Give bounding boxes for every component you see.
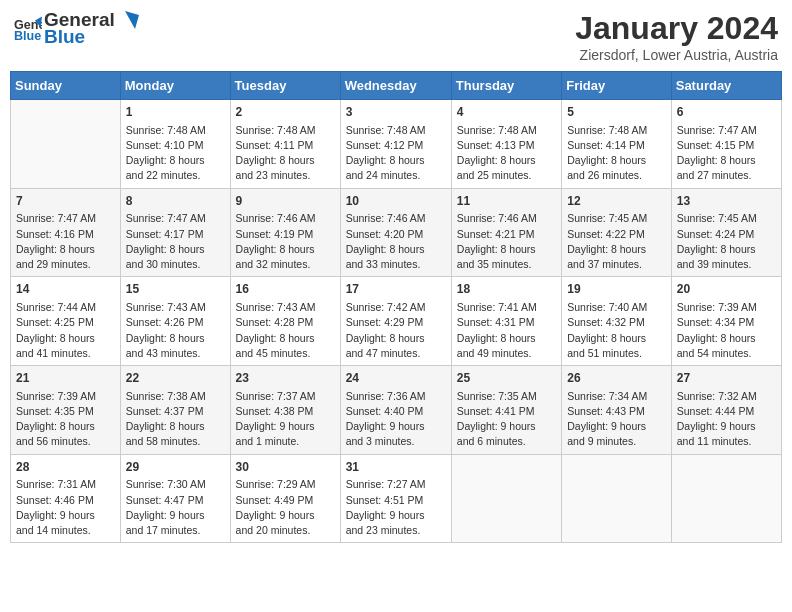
day-info: Sunrise: 7:48 AM Sunset: 4:13 PM Dayligh… (457, 123, 556, 184)
calendar-cell: 22Sunrise: 7:38 AM Sunset: 4:37 PM Dayli… (120, 366, 230, 455)
weekday-header: Sunday (11, 72, 121, 100)
weekday-header: Monday (120, 72, 230, 100)
day-number: 14 (16, 281, 115, 298)
day-info: Sunrise: 7:39 AM Sunset: 4:35 PM Dayligh… (16, 389, 115, 450)
day-info: Sunrise: 7:42 AM Sunset: 4:29 PM Dayligh… (346, 300, 446, 361)
calendar-cell: 31Sunrise: 7:27 AM Sunset: 4:51 PM Dayli… (340, 454, 451, 543)
day-number: 10 (346, 193, 446, 210)
calendar-week-row: 14Sunrise: 7:44 AM Sunset: 4:25 PM Dayli… (11, 277, 782, 366)
day-number: 12 (567, 193, 666, 210)
day-info: Sunrise: 7:36 AM Sunset: 4:40 PM Dayligh… (346, 389, 446, 450)
calendar-cell: 21Sunrise: 7:39 AM Sunset: 4:35 PM Dayli… (11, 366, 121, 455)
calendar-cell: 23Sunrise: 7:37 AM Sunset: 4:38 PM Dayli… (230, 366, 340, 455)
logo-icon: General Blue (14, 15, 42, 43)
day-number: 13 (677, 193, 776, 210)
calendar-cell: 19Sunrise: 7:40 AM Sunset: 4:32 PM Dayli… (562, 277, 672, 366)
day-info: Sunrise: 7:48 AM Sunset: 4:12 PM Dayligh… (346, 123, 446, 184)
day-info: Sunrise: 7:31 AM Sunset: 4:46 PM Dayligh… (16, 477, 115, 538)
day-info: Sunrise: 7:48 AM Sunset: 4:14 PM Dayligh… (567, 123, 666, 184)
day-info: Sunrise: 7:48 AM Sunset: 4:11 PM Dayligh… (236, 123, 335, 184)
day-info: Sunrise: 7:46 AM Sunset: 4:20 PM Dayligh… (346, 211, 446, 272)
day-number: 15 (126, 281, 225, 298)
calendar-cell: 6Sunrise: 7:47 AM Sunset: 4:15 PM Daylig… (671, 100, 781, 189)
calendar-cell: 12Sunrise: 7:45 AM Sunset: 4:22 PM Dayli… (562, 188, 672, 277)
day-info: Sunrise: 7:29 AM Sunset: 4:49 PM Dayligh… (236, 477, 335, 538)
day-number: 30 (236, 459, 335, 476)
day-number: 31 (346, 459, 446, 476)
logo-blue: Blue (44, 27, 139, 48)
calendar-cell: 10Sunrise: 7:46 AM Sunset: 4:20 PM Dayli… (340, 188, 451, 277)
day-info: Sunrise: 7:48 AM Sunset: 4:10 PM Dayligh… (126, 123, 225, 184)
calendar-cell: 2Sunrise: 7:48 AM Sunset: 4:11 PM Daylig… (230, 100, 340, 189)
calendar-cell: 30Sunrise: 7:29 AM Sunset: 4:49 PM Dayli… (230, 454, 340, 543)
page-header: General Blue General Blue January 2024 Z… (10, 10, 782, 63)
day-number: 17 (346, 281, 446, 298)
weekday-header: Friday (562, 72, 672, 100)
title-section: January 2024 Ziersdorf, Lower Austria, A… (575, 10, 778, 63)
day-info: Sunrise: 7:39 AM Sunset: 4:34 PM Dayligh… (677, 300, 776, 361)
calendar-cell (562, 454, 672, 543)
day-number: 16 (236, 281, 335, 298)
day-info: Sunrise: 7:30 AM Sunset: 4:47 PM Dayligh… (126, 477, 225, 538)
day-number: 25 (457, 370, 556, 387)
calendar-cell: 26Sunrise: 7:34 AM Sunset: 4:43 PM Dayli… (562, 366, 672, 455)
location-title: Ziersdorf, Lower Austria, Austria (575, 47, 778, 63)
day-info: Sunrise: 7:34 AM Sunset: 4:43 PM Dayligh… (567, 389, 666, 450)
day-number: 1 (126, 104, 225, 121)
calendar-cell: 16Sunrise: 7:43 AM Sunset: 4:28 PM Dayli… (230, 277, 340, 366)
day-number: 19 (567, 281, 666, 298)
day-number: 6 (677, 104, 776, 121)
calendar-cell: 5Sunrise: 7:48 AM Sunset: 4:14 PM Daylig… (562, 100, 672, 189)
calendar-week-row: 1Sunrise: 7:48 AM Sunset: 4:10 PM Daylig… (11, 100, 782, 189)
day-info: Sunrise: 7:35 AM Sunset: 4:41 PM Dayligh… (457, 389, 556, 450)
calendar-cell (11, 100, 121, 189)
day-info: Sunrise: 7:27 AM Sunset: 4:51 PM Dayligh… (346, 477, 446, 538)
weekday-header: Tuesday (230, 72, 340, 100)
day-number: 21 (16, 370, 115, 387)
calendar-cell: 27Sunrise: 7:32 AM Sunset: 4:44 PM Dayli… (671, 366, 781, 455)
calendar-cell (671, 454, 781, 543)
day-info: Sunrise: 7:47 AM Sunset: 4:15 PM Dayligh… (677, 123, 776, 184)
calendar-week-row: 21Sunrise: 7:39 AM Sunset: 4:35 PM Dayli… (11, 366, 782, 455)
calendar-cell: 1Sunrise: 7:48 AM Sunset: 4:10 PM Daylig… (120, 100, 230, 189)
day-info: Sunrise: 7:41 AM Sunset: 4:31 PM Dayligh… (457, 300, 556, 361)
day-number: 4 (457, 104, 556, 121)
day-number: 29 (126, 459, 225, 476)
day-number: 28 (16, 459, 115, 476)
calendar-header-row: SundayMondayTuesdayWednesdayThursdayFrid… (11, 72, 782, 100)
day-number: 18 (457, 281, 556, 298)
calendar-week-row: 7Sunrise: 7:47 AM Sunset: 4:16 PM Daylig… (11, 188, 782, 277)
calendar-cell: 9Sunrise: 7:46 AM Sunset: 4:19 PM Daylig… (230, 188, 340, 277)
calendar-cell: 18Sunrise: 7:41 AM Sunset: 4:31 PM Dayli… (451, 277, 561, 366)
calendar-cell: 28Sunrise: 7:31 AM Sunset: 4:46 PM Dayli… (11, 454, 121, 543)
month-title: January 2024 (575, 10, 778, 47)
weekday-header: Thursday (451, 72, 561, 100)
day-info: Sunrise: 7:43 AM Sunset: 4:26 PM Dayligh… (126, 300, 225, 361)
calendar-cell: 14Sunrise: 7:44 AM Sunset: 4:25 PM Dayli… (11, 277, 121, 366)
day-info: Sunrise: 7:40 AM Sunset: 4:32 PM Dayligh… (567, 300, 666, 361)
calendar-cell: 25Sunrise: 7:35 AM Sunset: 4:41 PM Dayli… (451, 366, 561, 455)
calendar-cell: 29Sunrise: 7:30 AM Sunset: 4:47 PM Dayli… (120, 454, 230, 543)
calendar-cell: 11Sunrise: 7:46 AM Sunset: 4:21 PM Dayli… (451, 188, 561, 277)
day-number: 9 (236, 193, 335, 210)
calendar-cell: 17Sunrise: 7:42 AM Sunset: 4:29 PM Dayli… (340, 277, 451, 366)
day-info: Sunrise: 7:38 AM Sunset: 4:37 PM Dayligh… (126, 389, 225, 450)
day-number: 8 (126, 193, 225, 210)
day-info: Sunrise: 7:37 AM Sunset: 4:38 PM Dayligh… (236, 389, 335, 450)
calendar-table: SundayMondayTuesdayWednesdayThursdayFrid… (10, 71, 782, 543)
day-number: 24 (346, 370, 446, 387)
day-number: 27 (677, 370, 776, 387)
day-number: 5 (567, 104, 666, 121)
calendar-week-row: 28Sunrise: 7:31 AM Sunset: 4:46 PM Dayli… (11, 454, 782, 543)
calendar-cell: 8Sunrise: 7:47 AM Sunset: 4:17 PM Daylig… (120, 188, 230, 277)
calendar-cell: 13Sunrise: 7:45 AM Sunset: 4:24 PM Dayli… (671, 188, 781, 277)
day-info: Sunrise: 7:47 AM Sunset: 4:17 PM Dayligh… (126, 211, 225, 272)
day-info: Sunrise: 7:43 AM Sunset: 4:28 PM Dayligh… (236, 300, 335, 361)
day-info: Sunrise: 7:44 AM Sunset: 4:25 PM Dayligh… (16, 300, 115, 361)
calendar-cell: 24Sunrise: 7:36 AM Sunset: 4:40 PM Dayli… (340, 366, 451, 455)
svg-text:Blue: Blue (14, 29, 41, 43)
day-number: 20 (677, 281, 776, 298)
calendar-cell: 4Sunrise: 7:48 AM Sunset: 4:13 PM Daylig… (451, 100, 561, 189)
day-number: 2 (236, 104, 335, 121)
day-number: 23 (236, 370, 335, 387)
